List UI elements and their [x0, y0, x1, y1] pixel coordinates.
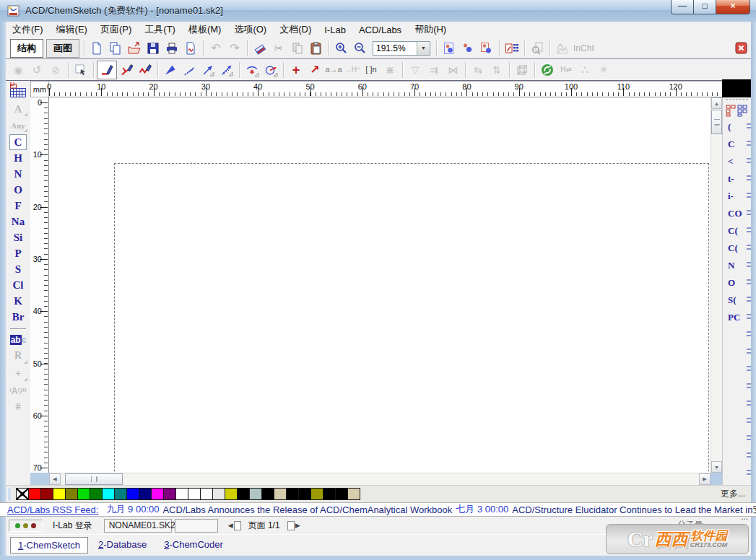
hash-wedge-bond-icon[interactable]	[180, 61, 199, 79]
new-document-icon[interactable]	[87, 40, 106, 57]
maximize-button[interactable]: □	[693, 0, 716, 14]
color-swatch-17[interactable]	[225, 488, 238, 500]
save-icon[interactable]	[144, 40, 162, 57]
color-swatch-24[interactable]	[310, 488, 323, 500]
ilab-login-button[interactable]: I-Lab 登录	[53, 520, 92, 532]
draw-chain-icon[interactable]	[136, 61, 155, 79]
color-swatch-13[interactable]	[175, 488, 188, 500]
color-swatch-12[interactable]	[163, 488, 176, 500]
color-swatch-22[interactable]	[286, 488, 299, 500]
color-swatch-26[interactable]	[335, 488, 348, 500]
draw-normal-icon[interactable]	[97, 61, 117, 79]
select-tool-icon[interactable]	[71, 61, 90, 79]
atom-atom-mapping-icon[interactable]: a→a	[324, 61, 343, 79]
color-swatch-4[interactable]	[65, 488, 78, 500]
color-swatch-25[interactable]	[323, 488, 336, 500]
wedge-bond-icon[interactable]	[161, 61, 180, 79]
scroll-down-button[interactable]: ▼	[711, 461, 722, 473]
color-swatch-9[interactable]	[126, 488, 139, 500]
menu-item-6[interactable]: 选项(O)	[227, 21, 273, 38]
export-pdf-icon[interactable]	[181, 40, 200, 57]
scroll-left-button[interactable]: ◀	[49, 473, 61, 485]
draw-continuous-icon[interactable]	[117, 61, 136, 79]
eraser-icon[interactable]	[251, 40, 269, 57]
structures-view-icon[interactable]	[459, 40, 477, 57]
color-swatch-18[interactable]	[237, 488, 250, 500]
print-icon[interactable]	[162, 40, 181, 57]
rss-install-link[interactable]: 安装 RSS	[752, 503, 756, 516]
new-page-icon[interactable]	[106, 40, 125, 57]
table-of-radicals-icon[interactable]	[723, 102, 751, 118]
aromatic-ring-icon[interactable]	[243, 61, 261, 79]
rss-item1-title[interactable]: ACD/Labs Announces the Release of ACD/Ch…	[162, 504, 452, 515]
element-button-O[interactable]: O	[9, 182, 27, 198]
element-button-K[interactable]: K	[9, 293, 27, 309]
drawing-canvas[interactable]	[49, 97, 711, 473]
color-swatch-16[interactable]	[212, 488, 225, 500]
no-color-swatch[interactable]	[16, 488, 29, 500]
color-swatch-27[interactable]	[347, 488, 360, 500]
element-button-C[interactable]: C	[9, 134, 27, 150]
arrow-bond-icon[interactable]	[199, 61, 217, 79]
charge-tool-icon[interactable]: +	[287, 61, 305, 79]
page-view-icon[interactable]	[477, 40, 496, 57]
menu-item-2[interactable]: 编辑(E)	[50, 21, 94, 38]
menu-item-1[interactable]: 文件(F)	[6, 21, 50, 38]
palette-more-link[interactable]: 更多...	[721, 488, 751, 500]
palette-drag-handle[interactable]	[7, 487, 12, 502]
periodic-table-button[interactable]: Li	[8, 82, 28, 100]
rss-feed-link[interactable]: ACD/Labs RSS Feed:	[7, 504, 98, 515]
app-tab-1[interactable]: 1-ChemSketch	[10, 537, 88, 554]
color-swatch-10[interactable]	[139, 488, 152, 500]
calculate-properties-icon[interactable]	[503, 40, 521, 57]
rss-item2-title[interactable]: ACD/Structure Elucidator Continues to Le…	[512, 504, 752, 515]
open-icon[interactable]	[125, 40, 144, 57]
element-button-Br[interactable]: Br	[9, 309, 27, 325]
paste-icon[interactable]	[307, 40, 326, 57]
structure-mode-button[interactable]: 结构	[10, 39, 43, 58]
vertical-scrollbar[interactable]: ▲ ▼	[711, 97, 722, 473]
color-swatch-5[interactable]	[77, 488, 90, 500]
menu-item-10[interactable]: 帮助(H)	[408, 21, 453, 38]
menu-item-7[interactable]: 文档(D)	[273, 21, 318, 38]
color-swatch-7[interactable]	[102, 488, 115, 500]
app-tab-3[interactable]: 3-ChemCoder	[157, 537, 230, 552]
color-swatch-15[interactable]	[200, 488, 213, 500]
menu-item-5[interactable]: 模板(M)	[182, 21, 228, 38]
color-swatch-8[interactable]	[114, 488, 127, 500]
element-button-P[interactable]: P	[9, 245, 27, 261]
color-swatch-3[interactable]	[53, 488, 66, 500]
zoom-level-input[interactable]	[373, 42, 417, 55]
app-tab-2[interactable]: 2-Database	[91, 537, 154, 552]
ring-bond-icon[interactable]	[261, 61, 280, 79]
element-button-Cl[interactable]: Cl	[9, 277, 27, 293]
color-swatch-2[interactable]	[40, 488, 53, 500]
coordination-bond-icon[interactable]	[217, 61, 236, 79]
recalculate-icon[interactable]	[538, 61, 557, 79]
polymer-brackets-icon[interactable]: [ ]n	[362, 61, 381, 79]
vertical-scroll-thumb[interactable]	[711, 110, 722, 134]
scroll-right-button[interactable]: ▶	[699, 473, 711, 485]
minimize-button[interactable]: —	[671, 0, 694, 14]
horizontal-scrollbar[interactable]: ◀ ▶	[49, 473, 711, 485]
scroll-up-button[interactable]: ▲	[711, 97, 722, 109]
color-swatch-1[interactable]	[28, 488, 41, 500]
previous-page-button[interactable]: ◀	[228, 521, 241, 530]
next-page-button[interactable]: ▶	[287, 521, 300, 530]
element-button-H[interactable]: H	[9, 150, 27, 166]
zoom-dropdown-button[interactable]: ▼	[417, 42, 430, 55]
horizontal-scroll-thumb[interactable]	[65, 473, 123, 485]
text-tool-button[interactable]: abc	[8, 333, 28, 347]
menu-item-9[interactable]: ACD/Labs	[352, 22, 408, 38]
close-panel-icon[interactable]	[732, 40, 751, 57]
color-swatch-19[interactable]	[249, 488, 262, 500]
menu-item-3[interactable]: 页面(P)	[94, 21, 138, 38]
element-button-N[interactable]: N	[9, 166, 27, 182]
color-swatch-6[interactable]	[90, 488, 103, 500]
color-swatch-11[interactable]	[151, 488, 164, 500]
reaction-arrow-icon[interactable]: ↗	[305, 61, 324, 79]
color-swatch-14[interactable]	[188, 488, 201, 500]
color-swatch-21[interactable]	[274, 488, 287, 500]
element-button-Si[interactable]: Si	[9, 229, 27, 245]
zoom-level-combo[interactable]: ▼	[373, 41, 430, 56]
